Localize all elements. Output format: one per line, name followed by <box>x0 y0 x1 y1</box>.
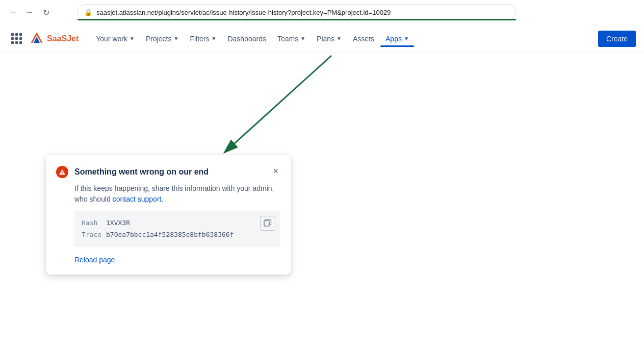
error-body: If this keeps happening, share this info… <box>74 183 280 264</box>
copy-icon <box>264 218 272 227</box>
back-button[interactable]: ← <box>6 5 20 19</box>
copy-button[interactable] <box>260 216 275 231</box>
nav-item-apps[interactable]: Apps ▼ <box>380 31 414 47</box>
browser-chrome: ← → ↻ 🔒 <box>0 0 644 24</box>
trace-label: Trace <box>82 229 102 240</box>
app-grid-button[interactable] <box>8 30 25 47</box>
main-content: Something went wrong on our end × If thi… <box>0 53 644 345</box>
nav-item-teams[interactable]: Teams ▼ <box>272 31 311 47</box>
logo[interactable]: SaaSJet <box>30 32 79 46</box>
error-dialog: Something went wrong on our end × If thi… <box>46 155 291 275</box>
svg-point-3 <box>62 173 63 174</box>
chevron-down-icon: ▼ <box>300 36 305 41</box>
hash-value: 1XVX3R <box>106 217 130 229</box>
hash-label: Hash <box>82 217 102 229</box>
lock-icon: 🔒 <box>84 9 92 16</box>
browser-toolbar: ← → ↻ 🔒 <box>0 0 644 24</box>
error-title: Something went wrong on our end <box>74 167 209 177</box>
contact-support-link[interactable]: contact support <box>113 195 162 203</box>
app-navbar: SaaSJet Your work ▼ Projects ▼ Filters ▼… <box>0 24 644 53</box>
trace-row: Trace b70ea7bbcc1a4f528385e8bfb638366f <box>82 229 273 240</box>
nav-item-assets[interactable]: Assets <box>348 31 379 47</box>
address-bar-wrapper: 🔒 <box>78 4 516 20</box>
chevron-down-icon: ▼ <box>404 36 409 41</box>
trace-value: b70ea7bbcc1a4f528385e8bfb638366f <box>106 229 234 240</box>
svg-rect-4 <box>264 220 269 226</box>
logo-svg-icon <box>30 32 44 46</box>
close-dialog-button[interactable]: × <box>271 165 280 177</box>
chevron-down-icon: ▼ <box>174 36 179 41</box>
nav-item-plans[interactable]: Plans ▼ <box>312 31 347 47</box>
reload-button[interactable]: ↻ <box>39 5 53 19</box>
nav-item-dashboards[interactable]: Dashboards <box>222 31 271 47</box>
nav-buttons: ← → ↻ <box>6 5 53 19</box>
nav-items: Your work ▼ Projects ▼ Filters ▼ Dashboa… <box>91 31 594 47</box>
chevron-down-icon: ▼ <box>130 36 135 41</box>
address-bar[interactable]: 🔒 <box>78 4 516 20</box>
logo-text: SaaSJet <box>47 34 79 43</box>
error-header: Something went wrong on our end × <box>56 165 280 178</box>
url-underline <box>78 19 516 20</box>
svg-line-1 <box>224 56 331 153</box>
hash-row: Hash 1XVX3R <box>82 217 273 229</box>
nav-item-your-work[interactable]: Your work ▼ <box>91 31 140 47</box>
chevron-down-icon: ▼ <box>337 36 342 41</box>
reload-page-link[interactable]: Reload page <box>74 256 115 264</box>
active-nav-indicator <box>380 45 414 47</box>
nav-item-projects[interactable]: Projects ▼ <box>141 31 184 47</box>
svg-rect-2 <box>62 171 62 174</box>
error-warning-icon <box>56 166 68 178</box>
error-header-left: Something went wrong on our end <box>56 165 209 178</box>
chevron-down-icon: ▼ <box>212 36 217 41</box>
error-description: If this keeps happening, share this info… <box>74 183 280 205</box>
forward-button[interactable]: → <box>22 5 37 19</box>
url-input[interactable] <box>96 9 509 16</box>
nav-item-filters[interactable]: Filters ▼ <box>185 31 221 47</box>
error-details-box: Hash 1XVX3R Trace b70ea7bbcc1a4f528385e8… <box>74 211 280 247</box>
create-button[interactable]: Create <box>598 31 636 47</box>
